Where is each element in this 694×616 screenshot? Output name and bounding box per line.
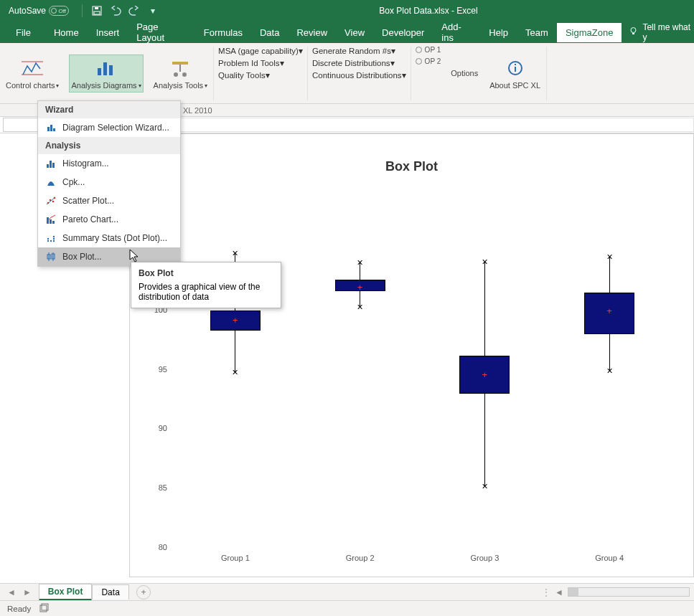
tab-developer[interactable]: Developer [373,23,433,42]
diagram-wizard-icon [45,122,57,133]
boxplot-icon [45,251,57,262]
svg-point-30 [47,240,49,242]
info-icon [502,57,528,80]
redo-icon[interactable] [128,5,140,16]
menu-label: Summary Stats (Dot Plot)... [62,233,167,243]
analysis-diagrams-button[interactable]: Analysis Diagrams▾ [69,55,143,93]
svg-rect-14 [515,67,516,72]
svg-rect-29 [52,221,55,224]
svg-point-31 [47,238,49,240]
tab-home[interactable]: Home [45,23,88,42]
menu-label: Pareto Chart... [62,214,118,224]
sheet-nav-prev-icon[interactable]: ◄ [7,587,16,597]
control-charts-button[interactable]: Control charts▾ [4,55,60,92]
svg-point-32 [50,240,52,242]
window-title: Box Plot Data.xlsx - Excel [163,6,694,16]
new-sheet-button[interactable]: ＋ [136,585,151,600]
save-icon[interactable] [91,5,103,16]
chart-area[interactable]: Box Plot 80859095100105110+✕✕Group 1+✕✕G… [129,133,694,577]
options-label: Options [451,69,478,77]
sheet-tab-data[interactable]: Data [92,584,128,600]
menu-label: Diagram Selection Wizard... [62,123,169,133]
op2-radio[interactable]: OP 2 [416,57,441,65]
tab-data[interactable]: Data [251,23,288,42]
control-charts-icon [19,57,45,80]
tab-formulas[interactable]: Formulas [195,23,251,42]
svg-point-34 [53,238,55,240]
lightbulb-icon [629,27,638,38]
menu-item-pareto[interactable]: Pareto Chart... [38,210,180,229]
tab-view[interactable]: View [336,23,373,42]
problem-id-button[interactable]: Problem Id Tools▾ [218,58,303,68]
about-label: About SPC XL [489,81,540,90]
autosave-toggle[interactable]: AutoSave Off [4,4,73,17]
scroll-left-icon[interactable]: ◄ [555,587,563,597]
analysis-tools-button[interactable]: Analysis Tools▾ [152,55,210,92]
menu-item-cpk[interactable]: Cpk... [38,173,180,191]
quality-tools-button[interactable]: Quality Tools▾ [218,70,303,80]
sheet-nav-next-icon[interactable]: ► [23,587,32,597]
dotplot-icon [45,232,57,244]
ribbon: Control charts▾ Analysis Diagrams▾ Analy… [0,43,694,104]
y-tick-label: 85 [146,483,167,492]
svg-rect-19 [47,164,49,168]
discrete-dist-button[interactable]: Discrete Distributions▾ [312,58,406,68]
tellme-search[interactable]: Tell me what y [629,22,694,42]
menu-header-wizard: Wizard [38,101,180,118]
svg-point-11 [174,72,178,77]
status-ready: Ready [7,605,31,613]
svg-rect-18 [53,128,55,131]
continuous-dist-button[interactable]: Continuous Distributions▾ [312,70,406,80]
svg-rect-15 [515,64,516,65]
x-tick-label: Group 4 [577,554,642,562]
scatter-icon [45,195,57,207]
about-button[interactable]: About SPC XL [488,55,542,91]
autosave-label: AutoSave [9,6,46,16]
svg-rect-41 [42,604,48,610]
menu-item-summary-stats[interactable]: Summary Stats (Dot Plot)... [38,229,180,247]
svg-rect-16 [47,127,50,131]
status-bar: Ready [0,600,694,616]
sheet-tab-boxplot[interactable]: Box Plot [39,584,93,601]
svg-rect-7 [98,68,101,75]
horizontal-scrollbar[interactable] [568,587,690,597]
y-tick-label: 90 [146,424,167,432]
ribbon-tabs: File Home Insert Page Layout Formulas Da… [0,22,694,43]
menu-item-diagram-wizard[interactable]: Diagram Selection Wizard... [38,118,180,137]
menu-label: Cpk... [62,177,85,187]
tab-split-handle[interactable]: ⋮ [542,587,550,597]
tab-file[interactable]: File [7,23,39,42]
y-tick-label: 80 [146,543,167,551]
tab-help[interactable]: Help [480,23,517,42]
macro-record-icon[interactable] [39,603,50,615]
menu-label: Histogram... [62,158,109,169]
name-box[interactable] [3,118,40,132]
x-tick-label: Group 3 [452,554,517,562]
customize-qat-icon[interactable]: ▾ [147,5,159,16]
msa-button[interactable]: MSA (gage capability)▾ [218,46,303,56]
svg-line-26 [47,197,55,204]
x-tick-label: Group 1 [203,554,268,562]
svg-rect-20 [50,161,52,168]
tab-team[interactable]: Team [517,23,557,42]
options-button[interactable]: Options [449,67,479,79]
toggle-switch[interactable]: Off [49,6,69,16]
analysis-diagrams-label: Analysis Diagrams [71,81,136,90]
analysis-diagrams-dropdown: Wizard Diagram Selection Wizard... Analy… [37,100,181,267]
menu-item-scatter[interactable]: Scatter Plot... [38,191,180,210]
sheet-tab-bar: ◄ ► Box Plot Data ＋ ⋮ ◄ [0,583,694,600]
pareto-icon [45,214,57,225]
control-charts-label: Control charts [6,81,55,90]
title-bar: AutoSave Off ▾ Box Plot Data.xlsx - Exce… [0,0,694,22]
svg-point-33 [53,240,55,242]
tab-sigmazone[interactable]: SigmaZone [557,23,622,42]
tab-review[interactable]: Review [288,23,336,42]
cpk-icon [45,176,57,188]
svg-point-12 [182,72,187,77]
tab-insert[interactable]: Insert [88,23,128,42]
undo-icon[interactable] [110,5,121,16]
menu-item-histogram[interactable]: Histogram... [38,154,180,173]
histogram-icon [45,158,57,169]
generate-random-button[interactable]: Generate Random #s▾ [312,46,406,56]
op1-radio[interactable]: OP 1 [416,46,441,54]
